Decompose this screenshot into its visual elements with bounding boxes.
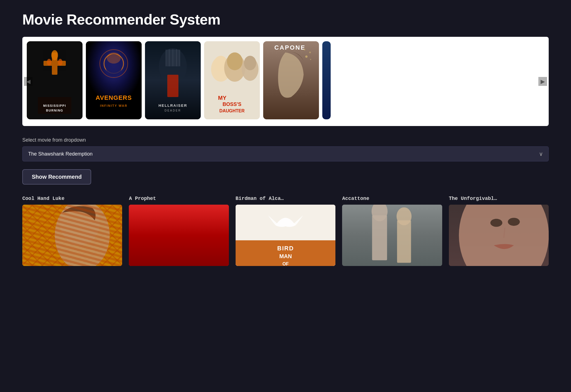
svg-point-53 [168, 205, 190, 215]
carousel-arrow-right[interactable]: ▶ [538, 77, 547, 86]
svg-rect-55 [190, 220, 203, 251]
svg-rect-54 [155, 220, 168, 251]
svg-text:MISSISSIPPI: MISSISSIPPI [43, 104, 66, 107]
svg-point-4 [47, 59, 51, 66]
rec-item-birdman: Birdman of Alca… BIRD MAN OF ALCATRAZ [236, 196, 335, 266]
svg-rect-2 [43, 61, 66, 66]
svg-point-3 [51, 50, 58, 60]
svg-text:BOSS'S: BOSS'S [222, 101, 241, 107]
svg-point-31 [227, 52, 243, 70]
svg-rect-52 [166, 205, 192, 266]
rec-movie-title-accattone: Accattone [342, 196, 442, 201]
rec-movie-title-cool-hand-luke: Cool Hand Luke [22, 196, 122, 201]
svg-text:DEADER: DEADER [164, 109, 181, 112]
svg-rect-24 [167, 75, 178, 97]
svg-point-72 [508, 218, 520, 226]
svg-text:MY: MY [218, 95, 227, 101]
carousel-item-mississippi-burning[interactable]: MISSISSIPPI BURNING [27, 41, 83, 119]
svg-text:INFINITY WAR: INFINITY WAR [100, 104, 127, 107]
rec-poster-accattone[interactable] [342, 205, 442, 266]
carousel-arrow-left[interactable]: ◀ [24, 77, 33, 86]
svg-text:MAN: MAN [279, 253, 292, 259]
rec-item-a-prophet: A Prophet [129, 196, 229, 266]
carousel-track: MISSISSIPPI BURNING [27, 41, 544, 122]
movie-select[interactable]: The Shawshank RedemptionThe GodfatherThe… [22, 146, 549, 161]
svg-rect-44 [22, 205, 122, 266]
svg-text:CAPONE: CAPONE [274, 44, 306, 51]
svg-point-33 [244, 56, 256, 70]
svg-rect-43 [22, 205, 122, 266]
svg-text:BIRD: BIRD [277, 245, 294, 252]
carousel-item-avengers[interactable]: AVENGERS INFINITY WAR [86, 41, 142, 119]
svg-rect-48 [129, 205, 229, 266]
svg-point-46 [60, 205, 100, 245]
rec-poster-a-prophet[interactable] [129, 205, 229, 266]
carousel-item-capone[interactable]: CAPONE [263, 41, 319, 119]
page-title: Movie Recommender System [22, 11, 549, 28]
dropdown-label: Select movie from dropdown [22, 137, 549, 143]
svg-point-5 [58, 59, 62, 66]
svg-point-41 [304, 49, 305, 50]
svg-text:OF: OF [282, 261, 289, 266]
rec-item-unforgivable: The Unforgivabl… [449, 196, 549, 266]
svg-point-67 [397, 207, 412, 226]
svg-rect-63 [342, 205, 442, 266]
rec-item-accattone: Accattone [342, 196, 442, 266]
svg-point-40 [309, 52, 311, 53]
svg-point-13 [107, 52, 121, 64]
rec-movie-title-unforgivable: The Unforgivabl… [449, 196, 549, 201]
show-recommend-button[interactable]: Show Recommend [22, 169, 91, 185]
svg-rect-49 [149, 205, 164, 266]
svg-text:BURNING: BURNING [46, 109, 63, 112]
svg-rect-50 [179, 205, 192, 266]
svg-point-45 [55, 205, 110, 266]
svg-text:DAUGHTER: DAUGHTER [219, 108, 245, 113]
svg-point-71 [490, 219, 502, 227]
rec-poster-birdman[interactable]: BIRD MAN OF ALCATRAZ [236, 205, 335, 266]
svg-rect-66 [397, 220, 411, 263]
movie-dropdown-wrapper: The Shawshank RedemptionThe GodfatherThe… [22, 146, 549, 161]
carousel-item-hellraiser[interactable]: HELLRAISER DEADER [145, 41, 201, 119]
rec-poster-cool-hand-luke[interactable]: HH [22, 205, 122, 266]
svg-text:HELLRAISER: HELLRAISER [158, 103, 187, 108]
svg-point-39 [305, 55, 308, 58]
svg-rect-51 [206, 205, 216, 266]
carousel-item-myboss[interactable]: MY BOSS'S DAUGHTER [204, 41, 260, 119]
svg-rect-64 [372, 215, 387, 260]
carousel-item-extra[interactable] [322, 41, 331, 119]
rec-movie-title-a-prophet: A Prophet [129, 196, 229, 201]
movie-carousel: ◀ [22, 37, 549, 126]
svg-point-42 [310, 59, 311, 60]
rec-movie-title-birdman: Birdman of Alca… [236, 196, 335, 201]
svg-text:AVENGERS: AVENGERS [96, 94, 132, 101]
rec-item-cool-hand-luke: Cool Hand Luke HH [22, 196, 122, 266]
recommendations-grid: Cool Hand Luke HH A [22, 196, 549, 266]
rec-poster-unforgivable[interactable] [449, 205, 549, 266]
